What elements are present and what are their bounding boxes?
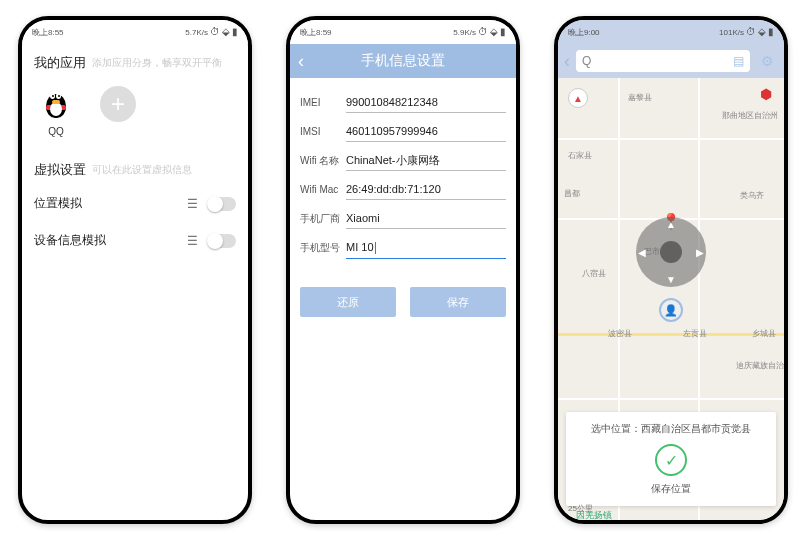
map-header: ‹ Q ▤ ⚙ — [558, 44, 784, 78]
confirm-button[interactable]: ✓ — [655, 444, 687, 476]
status-bar: 晚上9:00 101K/s ⏱ ⬙ ▮ — [558, 20, 784, 44]
list-icon[interactable]: ▤ — [733, 54, 744, 68]
label-wifi-mac: Wifi Mac — [300, 184, 346, 195]
header-bar: ‹ 手机信息设置 — [290, 44, 516, 78]
phone-map: 晚上9:00 101K/s ⏱ ⬙ ▮ ‹ Q ▤ ⚙ — [554, 16, 788, 524]
label-wifi-name: Wifi 名称 — [300, 154, 346, 168]
place-label: 因羌扬镇 — [576, 509, 612, 520]
place-label: 石家县 — [568, 150, 592, 161]
row-location-mock[interactable]: 位置模拟 ☰ — [22, 185, 248, 222]
search-input[interactable]: Q ▤ — [576, 50, 750, 72]
compass-icon[interactable]: ▲ — [568, 88, 588, 108]
place-label: 类乌齐 — [740, 190, 764, 201]
section-header-apps: 我的应用 添加应用分身，畅享双开平衡 — [22, 44, 248, 78]
status-bar: 晚上8:59 5.9K/s ⏱ ⬙ ▮ — [290, 20, 516, 44]
status-net: 101K/s — [719, 28, 744, 37]
place-label: 嘉黎县 — [628, 92, 652, 103]
row-label: 位置模拟 — [34, 195, 82, 212]
back-button[interactable]: ‹ — [564, 51, 570, 72]
gear-icon[interactable]: ⚙ — [756, 50, 778, 72]
save-location-label: 保存位置 — [576, 482, 766, 496]
save-button[interactable]: 保存 — [410, 287, 506, 317]
label-vendor: 手机厂商 — [300, 212, 346, 226]
user-avatar[interactable]: 👤 — [659, 298, 683, 322]
row-device-mock[interactable]: 设备信息模拟 ☰ — [22, 222, 248, 259]
section-header-virtual: 虚拟设置 可以在此设置虚拟信息 — [22, 151, 248, 185]
app-qq[interactable]: QQ — [34, 86, 78, 137]
phone-my-apps: 晚上8:55 5.7K/s ⏱ ⬙ ▮ 我的应用 添加应用分身，畅享双开平衡 — [18, 16, 252, 524]
sliders-icon[interactable]: ☰ — [187, 234, 198, 248]
toggle-location[interactable] — [208, 197, 236, 211]
label-imei: IMEI — [300, 97, 346, 108]
location-card: 选中位置：西藏自治区昌都市贡觉县 ✓ 保存位置 — [566, 412, 776, 506]
arrow-left-icon: ◀ — [638, 247, 646, 258]
input-model[interactable]: MI 10 — [346, 237, 506, 259]
selected-location-text: 选中位置：西藏自治区昌都市贡觉县 — [576, 422, 766, 436]
status-bar: 晚上8:55 5.7K/s ⏱ ⬙ ▮ — [22, 20, 248, 44]
joystick[interactable]: ▲ ▼ ▶ ◀ — [636, 217, 706, 287]
alarm-icon: ⏱ — [210, 27, 220, 37]
status-net: 5.7K/s — [185, 28, 208, 37]
input-wifi-mac[interactable] — [346, 179, 506, 200]
arrow-up-icon: ▲ — [666, 219, 676, 230]
input-vendor[interactable] — [346, 208, 506, 229]
input-imsi[interactable] — [346, 121, 506, 142]
wifi-icon: ⬙ — [758, 27, 766, 37]
plus-icon: + — [100, 86, 136, 122]
status-time: 晚上8:55 — [32, 27, 64, 38]
place-label: 昌都 — [564, 188, 580, 199]
add-app-button[interactable]: + — [96, 86, 140, 137]
place-label: 乡城县 — [752, 328, 776, 339]
place-label: 迪庆藏族自治 — [736, 360, 784, 371]
label-model: 手机型号 — [300, 241, 346, 255]
place-label: 那曲地区自治州 — [722, 110, 778, 121]
section-subtitle: 可以在此设置虚拟信息 — [92, 163, 192, 177]
arrow-down-icon: ▼ — [666, 274, 676, 285]
signal-icon: ▮ — [232, 27, 238, 37]
arrow-right-icon: ▶ — [696, 247, 704, 258]
place-label: 八宿县 — [582, 268, 606, 279]
place-label: 波密县 — [608, 328, 632, 339]
status-net: 5.9K/s — [453, 28, 476, 37]
app-label: QQ — [48, 126, 64, 137]
input-wifi-name[interactable] — [346, 150, 506, 171]
input-imei[interactable] — [346, 92, 506, 113]
sliders-icon[interactable]: ☰ — [187, 197, 198, 211]
search-icon: Q — [582, 54, 591, 68]
qq-icon — [38, 86, 74, 122]
alarm-icon: ⏱ — [478, 27, 488, 37]
signal-icon: ▮ — [500, 27, 506, 37]
alarm-icon: ⏱ — [746, 27, 756, 37]
back-button[interactable]: ‹ — [298, 51, 304, 72]
section-title: 我的应用 — [34, 54, 86, 72]
place-label: 左贡县 — [683, 328, 707, 339]
toggle-device[interactable] — [208, 234, 236, 248]
map-canvas[interactable]: ▲ ⬢ 嘉黎县 那曲地区自治州 石家县 昌都 八宿县 巴市 类乌齐 波密县 左贡… — [558, 78, 784, 520]
wifi-icon: ⬙ — [222, 27, 230, 37]
phone-device-settings: 晚上8:59 5.9K/s ⏱ ⬙ ▮ ‹ 手机信息设置 IMEI IMSI W… — [286, 16, 520, 524]
label-imsi: IMSI — [300, 126, 346, 137]
section-title: 虚拟设置 — [34, 161, 86, 179]
reset-button[interactable]: 还原 — [300, 287, 396, 317]
row-label: 设备信息模拟 — [34, 232, 106, 249]
status-time: 晚上9:00 — [568, 27, 600, 38]
section-subtitle: 添加应用分身，畅享双开平衡 — [92, 56, 222, 70]
text-cursor — [375, 242, 376, 254]
poi-pin-icon: ⬢ — [760, 86, 772, 102]
status-time: 晚上8:59 — [300, 27, 332, 38]
header-title: 手机信息设置 — [361, 52, 445, 70]
signal-icon: ▮ — [768, 27, 774, 37]
wifi-icon: ⬙ — [490, 27, 498, 37]
